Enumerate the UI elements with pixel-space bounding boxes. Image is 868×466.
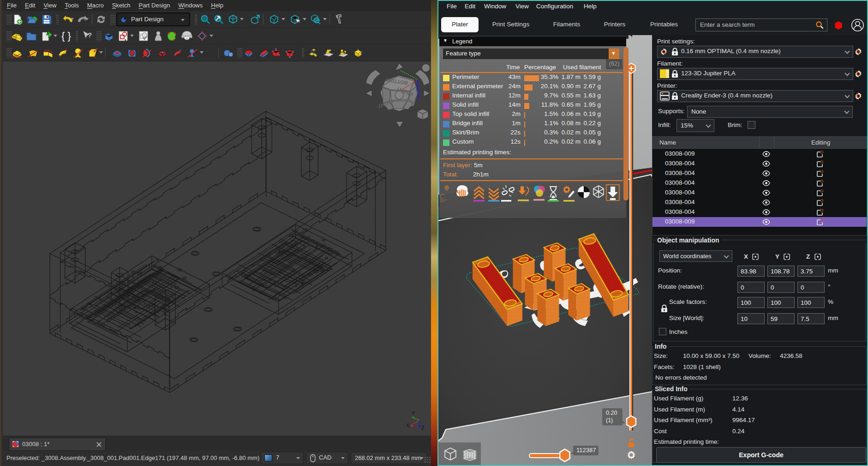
svg-text:Y: Y — [412, 410, 415, 416]
svg-text:{ }: { } — [61, 30, 71, 42]
svg-text:X: X — [406, 423, 410, 428]
svg-text:?: ? — [88, 31, 92, 39]
svg-text:Z: Z — [421, 425, 425, 430]
